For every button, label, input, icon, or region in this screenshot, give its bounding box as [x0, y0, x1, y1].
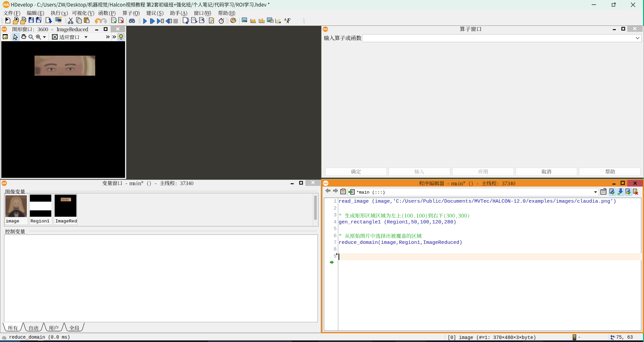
svg-text:HA: HA — [324, 182, 328, 185]
svg-text:R: R — [612, 338, 614, 341]
svg-text:C: C — [614, 336, 616, 338]
svg-text:HA: HA — [2, 27, 6, 31]
svg-text:HA: HA — [3, 2, 9, 7]
svg-text:Fx: Fx — [22, 18, 25, 20]
svg-text:HA: HA — [323, 27, 328, 31]
svg-text:HA: HA — [2, 182, 6, 185]
svg-text:F: F — [287, 17, 291, 23]
